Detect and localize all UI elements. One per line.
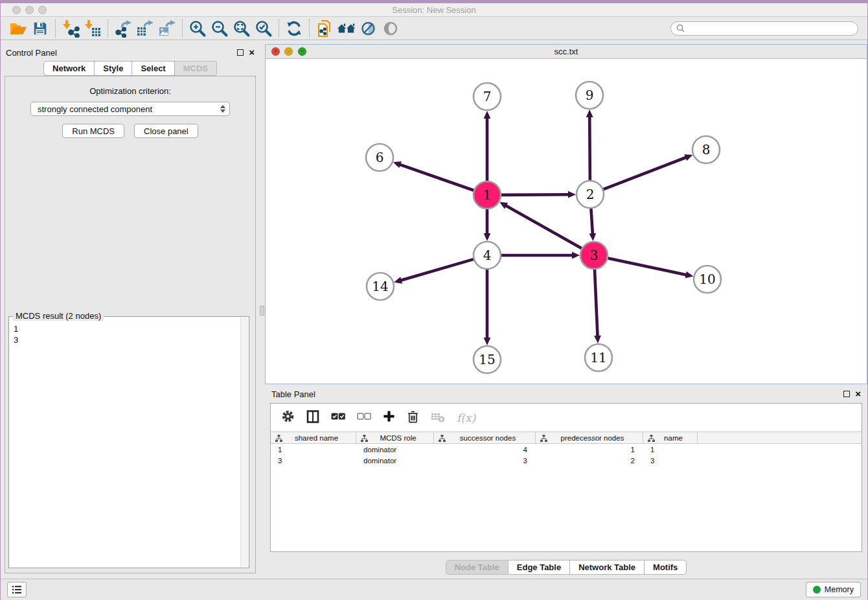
graph-node-label: 1 bbox=[483, 187, 492, 203]
tab-motifs[interactable]: Motifs bbox=[645, 560, 687, 575]
float-table-panel-icon[interactable] bbox=[843, 391, 850, 397]
float-panel-icon[interactable] bbox=[237, 49, 244, 56]
edge-3-11[interactable] bbox=[595, 270, 598, 337]
table-row[interactable]: 3dominator323 bbox=[271, 455, 862, 466]
edge-2-9[interactable] bbox=[589, 116, 590, 180]
edge-3-1[interactable] bbox=[505, 205, 582, 248]
tab-style[interactable]: Style bbox=[95, 61, 132, 76]
cell-name[interactable]: 1 bbox=[643, 444, 698, 455]
graph-node-label: 14 bbox=[372, 279, 388, 294]
edge-2-3[interactable] bbox=[591, 209, 593, 235]
network-window-title: scc.txt bbox=[266, 47, 867, 56]
zoom-selected-icon[interactable] bbox=[253, 19, 275, 38]
memory-button[interactable]: Memory bbox=[806, 582, 861, 597]
tab-edge-table[interactable]: Edge Table bbox=[508, 560, 570, 575]
column-type-icon bbox=[361, 435, 368, 442]
criterion-value: strongly connected component bbox=[38, 104, 152, 114]
status-bar: Memory bbox=[1, 579, 867, 600]
table-row[interactable]: 1dominator411 bbox=[271, 444, 862, 455]
cell-shared-name[interactable]: 3 bbox=[271, 455, 356, 466]
import-network-icon[interactable] bbox=[60, 19, 82, 38]
export-table-icon[interactable] bbox=[134, 19, 156, 38]
edge-arrowhead bbox=[394, 277, 402, 283]
edge-1-2[interactable] bbox=[501, 194, 569, 195]
cell-MCDS-role[interactable]: dominator bbox=[356, 444, 434, 455]
table-settings-icon[interactable] bbox=[281, 410, 295, 426]
cell-predecessor-nodes[interactable]: 1 bbox=[536, 444, 643, 455]
select-stepper-icon bbox=[220, 105, 225, 113]
tab-mcds[interactable]: MCDS bbox=[175, 61, 217, 76]
search-input[interactable] bbox=[688, 24, 852, 33]
control-panel-header: Control Panel × bbox=[1, 44, 260, 61]
save-session-icon[interactable] bbox=[29, 19, 51, 38]
show-columns-icon[interactable] bbox=[306, 410, 319, 426]
task-history-button[interactable] bbox=[7, 582, 27, 597]
vertical-split-handle[interactable] bbox=[260, 306, 264, 316]
cell-shared-name[interactable]: 1 bbox=[271, 444, 356, 455]
cell-MCDS-role[interactable]: dominator bbox=[356, 455, 434, 466]
edge-4-14[interactable] bbox=[400, 259, 474, 281]
close-panel-icon[interactable]: × bbox=[249, 49, 255, 56]
column-header-name[interactable]: name bbox=[643, 432, 698, 443]
run-mcds-button[interactable]: Run MCDS bbox=[62, 124, 124, 138]
close-table-panel-icon[interactable]: × bbox=[855, 391, 861, 397]
graph-node-label: 2 bbox=[586, 187, 595, 202]
cell-successor-nodes[interactable]: 3 bbox=[434, 455, 536, 466]
edge-3-10[interactable] bbox=[608, 259, 687, 275]
criterion-select[interactable]: strongly connected component bbox=[30, 102, 230, 116]
tab-network[interactable]: Network bbox=[43, 61, 95, 76]
column-header-shared-name[interactable]: shared name bbox=[271, 432, 356, 443]
zoom-out-icon[interactable] bbox=[209, 19, 231, 38]
close-panel-button[interactable]: Close panel bbox=[134, 124, 198, 138]
export-network-icon[interactable] bbox=[112, 19, 134, 38]
new-network-from-selection-icon[interactable] bbox=[314, 19, 336, 38]
apply-layout-icon[interactable] bbox=[283, 19, 305, 38]
import-table-icon[interactable] bbox=[82, 19, 104, 38]
select-all-columns-icon[interactable] bbox=[331, 411, 345, 424]
result-scrollbar[interactable] bbox=[240, 317, 248, 567]
cell-name[interactable]: 3 bbox=[643, 455, 698, 466]
edge-arrowhead bbox=[685, 271, 694, 279]
network-view-window: × − + scc.txt 1234678910111415 bbox=[265, 44, 867, 384]
style-toggle-icon[interactable] bbox=[358, 19, 380, 38]
column-header-predecessor-nodes[interactable]: predecessor nodes bbox=[536, 432, 643, 443]
edge-arrowhead bbox=[684, 154, 692, 161]
zoom-fit-icon[interactable] bbox=[231, 19, 253, 38]
open-file-icon[interactable] bbox=[7, 19, 29, 38]
search-field[interactable] bbox=[670, 21, 858, 36]
graph-node-label: 8 bbox=[702, 142, 711, 157]
tab-network-table[interactable]: Network Table bbox=[570, 560, 645, 575]
toolbar-separator bbox=[182, 19, 183, 38]
edge-1-6[interactable] bbox=[399, 165, 474, 190]
graph-node-label: 9 bbox=[586, 87, 594, 103]
delete-table-icon[interactable] bbox=[431, 411, 445, 425]
export-image-icon[interactable] bbox=[156, 19, 178, 38]
column-header-successor-nodes[interactable]: successor nodes bbox=[434, 432, 536, 443]
application-window: Session: New Session bbox=[0, 0, 868, 600]
table-header-row: shared nameMCDS rolesuccessor nodesprede… bbox=[271, 432, 862, 444]
create-column-icon[interactable] bbox=[383, 410, 395, 425]
mcds-panel-body: Optimization criterion: strongly connect… bbox=[5, 76, 256, 573]
toolbar-separator bbox=[309, 19, 310, 38]
graph-node-label: 7 bbox=[483, 89, 492, 104]
home-icon[interactable] bbox=[336, 19, 358, 38]
column-header-MCDS-role[interactable]: MCDS role bbox=[356, 432, 434, 443]
zoom-in-icon[interactable] bbox=[187, 19, 209, 38]
cell-predecessor-nodes[interactable]: 2 bbox=[536, 455, 643, 466]
tab-select[interactable]: Select bbox=[132, 61, 174, 76]
edge-2-8[interactable] bbox=[604, 157, 687, 190]
function-builder-icon[interactable]: f(x) bbox=[457, 411, 475, 424]
session-title: Session: New Session bbox=[1, 5, 867, 15]
control-panel-title: Control Panel bbox=[6, 48, 57, 58]
graph-node-label: 11 bbox=[590, 350, 606, 365]
edge-arrowhead bbox=[393, 161, 402, 168]
table-tabs: Node TableEdge TableNetwork TableMotifs bbox=[265, 560, 867, 575]
network-canvas[interactable]: 1234678910111415 bbox=[266, 59, 867, 384]
unselect-all-columns-icon[interactable] bbox=[357, 411, 371, 424]
tab-node-table[interactable]: Node Table bbox=[446, 560, 508, 575]
cell-successor-nodes[interactable]: 4 bbox=[434, 444, 536, 455]
delete-columns-icon[interactable] bbox=[407, 410, 419, 426]
network-window-titlebar: × − + scc.txt bbox=[266, 45, 867, 59]
graph-node-label: 3 bbox=[590, 248, 599, 263]
show-hide-eye-icon[interactable] bbox=[380, 19, 402, 38]
